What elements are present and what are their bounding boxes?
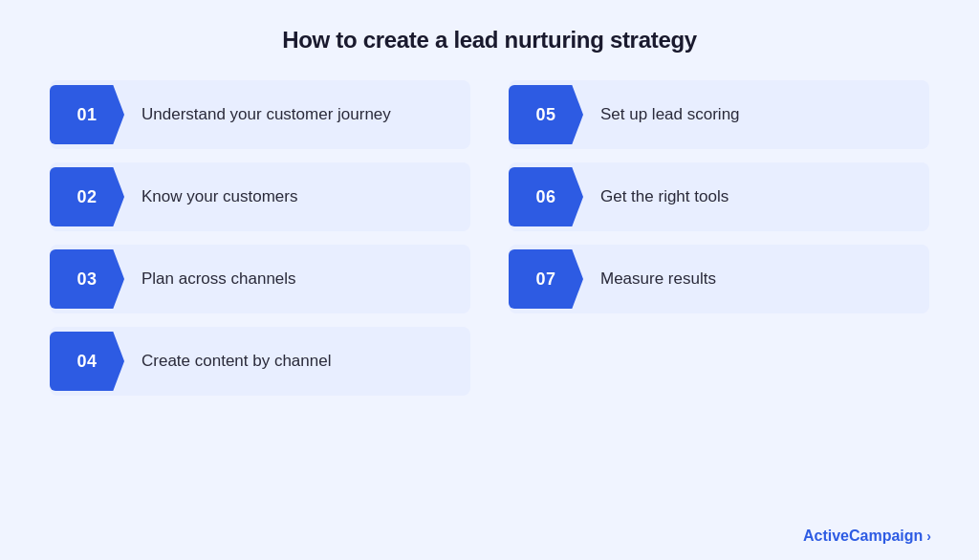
brand-logo: ActiveCampaign › [803, 528, 931, 545]
list-item: 02 Know your customers [50, 162, 470, 231]
page-wrapper: How to create a lead nurturing strategy … [0, 0, 979, 560]
empty-cell [509, 327, 929, 396]
step-badge: 01 [50, 85, 124, 144]
step-badge: 06 [509, 167, 583, 226]
page-title: How to create a lead nurturing strategy [282, 27, 697, 54]
step-label: Know your customers [134, 186, 470, 207]
step-badge: 03 [50, 249, 124, 309]
step-label: Create content by channel [134, 351, 470, 372]
brand-name: ActiveCampaign [803, 528, 923, 545]
list-item: 05 Set up lead scoring [509, 80, 929, 149]
brand-chevron-icon: › [926, 528, 931, 544]
badge-wrapper: 03 [50, 245, 134, 313]
step-label: Plan across channels [134, 269, 470, 290]
list-item: 04 Create content by channel [50, 327, 470, 396]
badge-wrapper: 01 [50, 80, 134, 149]
step-label: Measure results [593, 269, 929, 290]
step-badge: 02 [50, 167, 124, 226]
step-label: Set up lead scoring [593, 104, 929, 125]
list-item: 07 Measure results [509, 245, 929, 313]
step-badge: 04 [50, 332, 124, 391]
step-label: Understand your customer journey [134, 104, 470, 125]
badge-wrapper: 06 [509, 162, 593, 231]
step-badge: 05 [509, 85, 583, 144]
badge-wrapper: 02 [50, 162, 134, 231]
badge-wrapper: 05 [509, 80, 593, 149]
list-item: 03 Plan across channels [50, 245, 470, 313]
list-item: 01 Understand your customer journey [50, 80, 470, 149]
badge-wrapper: 04 [50, 327, 134, 396]
step-badge: 07 [509, 249, 583, 309]
step-label: Get the right tools [593, 186, 929, 207]
list-item: 06 Get the right tools [509, 162, 929, 231]
items-grid: 01 Understand your customer journey 05 S… [50, 80, 929, 396]
badge-wrapper: 07 [509, 245, 593, 313]
